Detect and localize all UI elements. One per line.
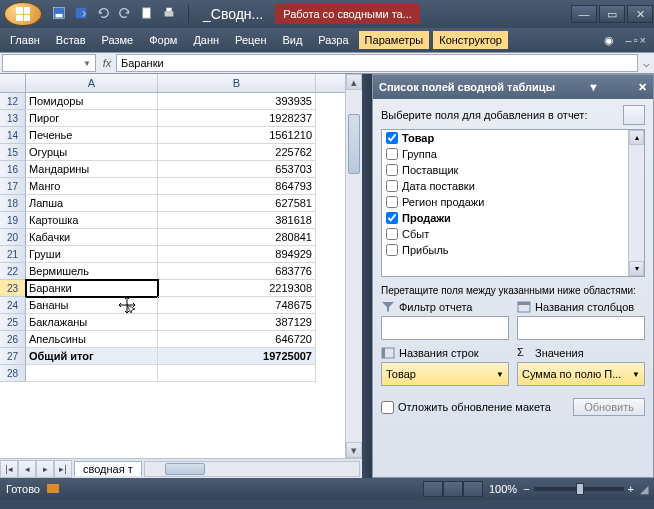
- pane-splitter[interactable]: [362, 74, 372, 478]
- cell[interactable]: 225762: [158, 144, 316, 161]
- field-checkbox[interactable]: [386, 244, 398, 256]
- tab-home[interactable]: Главн: [4, 31, 46, 49]
- cell[interactable]: Картошка: [26, 212, 158, 229]
- cell[interactable]: [26, 365, 158, 382]
- cell[interactable]: Общий итог: [26, 348, 158, 365]
- cell[interactable]: 627581: [158, 195, 316, 212]
- cell[interactable]: 748675: [158, 297, 316, 314]
- vertical-scrollbar[interactable]: ▴ ▾: [345, 74, 362, 458]
- sheet-tab[interactable]: сводная т: [74, 461, 142, 476]
- macro-icon[interactable]: [46, 481, 60, 497]
- cell[interactable]: Апельсины: [26, 331, 158, 348]
- field-checkbox[interactable]: [386, 196, 398, 208]
- tab-insert[interactable]: Встав: [50, 31, 92, 49]
- cell[interactable]: 381618: [158, 212, 316, 229]
- undo-icon[interactable]: [96, 6, 110, 22]
- field-item[interactable]: Сбыт: [382, 226, 644, 242]
- cell[interactable]: 393935: [158, 93, 316, 110]
- table-row[interactable]: 23Баранки2219308: [0, 280, 345, 297]
- row-header[interactable]: 18: [0, 195, 26, 212]
- mdi-close[interactable]: ×: [640, 34, 646, 46]
- scroll-up-icon[interactable]: ▴: [346, 74, 362, 90]
- cell[interactable]: Огурцы: [26, 144, 158, 161]
- cell[interactable]: Манго: [26, 178, 158, 195]
- cell[interactable]: [158, 365, 316, 382]
- field-item[interactable]: Прибыль: [382, 242, 644, 258]
- save-icon[interactable]: [52, 6, 66, 22]
- row-header[interactable]: 28: [0, 365, 26, 382]
- col-header-a[interactable]: A: [26, 74, 158, 92]
- cell[interactable]: 280841: [158, 229, 316, 246]
- field-item[interactable]: Поставщик: [382, 162, 644, 178]
- tab-options[interactable]: Параметры: [359, 31, 430, 49]
- cell[interactable]: 683776: [158, 263, 316, 280]
- expand-formula-icon[interactable]: ⌵: [638, 57, 654, 70]
- cell[interactable]: 19725007: [158, 348, 316, 365]
- field-item[interactable]: Товар: [382, 130, 644, 146]
- cell[interactable]: 864793: [158, 178, 316, 195]
- row-header[interactable]: 13: [0, 110, 26, 127]
- table-row[interactable]: 24Бананы748675: [0, 297, 345, 314]
- row-header[interactable]: 14: [0, 127, 26, 144]
- cell[interactable]: Лапша: [26, 195, 158, 212]
- cell[interactable]: Помидоры: [26, 93, 158, 110]
- tab-developer[interactable]: Разра: [312, 31, 354, 49]
- field-item[interactable]: Дата поставки: [382, 178, 644, 194]
- table-row[interactable]: 19Картошка381618: [0, 212, 345, 229]
- row-header[interactable]: 27: [0, 348, 26, 365]
- sheet-nav-next[interactable]: ▸: [36, 460, 54, 478]
- field-checkbox[interactable]: [386, 148, 398, 160]
- row-header[interactable]: 20: [0, 229, 26, 246]
- row-header[interactable]: 12: [0, 93, 26, 110]
- select-all-corner[interactable]: [0, 74, 26, 92]
- cell[interactable]: Пирог: [26, 110, 158, 127]
- cell[interactable]: Груши: [26, 246, 158, 263]
- field-list[interactable]: ТоварГруппаПоставщикДата поставкиРегион …: [381, 129, 645, 277]
- field-item[interactable]: Регион продажи: [382, 194, 644, 210]
- field-item[interactable]: Продажи: [382, 210, 644, 226]
- zone-columns[interactable]: [517, 316, 645, 340]
- scroll-down-icon[interactable]: ▾: [346, 442, 362, 458]
- table-row[interactable]: 26Апельсины646720: [0, 331, 345, 348]
- cell[interactable]: 646720: [158, 331, 316, 348]
- save-as-icon[interactable]: [74, 6, 88, 22]
- zone-filter[interactable]: [381, 316, 509, 340]
- cell[interactable]: Печенье: [26, 127, 158, 144]
- row-header[interactable]: 24: [0, 297, 26, 314]
- tab-review[interactable]: Рецен: [229, 31, 272, 49]
- row-header[interactable]: 23: [0, 280, 26, 297]
- zoom-in-icon[interactable]: +: [628, 483, 634, 495]
- table-row[interactable]: 14Печенье1561210: [0, 127, 345, 144]
- cell[interactable]: Бананы: [26, 297, 158, 314]
- redo-icon[interactable]: [118, 6, 132, 22]
- office-button[interactable]: [4, 2, 42, 26]
- tab-view[interactable]: Вид: [276, 31, 308, 49]
- tab-layout[interactable]: Разме: [96, 31, 140, 49]
- cell[interactable]: Вермишель: [26, 263, 158, 280]
- row-header[interactable]: 26: [0, 331, 26, 348]
- row-header[interactable]: 16: [0, 161, 26, 178]
- fx-icon[interactable]: fx: [98, 57, 116, 69]
- field-checkbox[interactable]: [386, 212, 398, 224]
- view-normal[interactable]: [423, 481, 443, 497]
- name-box[interactable]: ▼: [2, 54, 96, 72]
- zoom-slider[interactable]: [534, 487, 624, 491]
- sheet-nav-prev[interactable]: ◂: [18, 460, 36, 478]
- row-header[interactable]: 15: [0, 144, 26, 161]
- tab-formulas[interactable]: Форм: [143, 31, 183, 49]
- maximize-button[interactable]: ▭: [599, 5, 625, 23]
- field-checkbox[interactable]: [386, 164, 398, 176]
- cell[interactable]: 2219308: [158, 280, 316, 297]
- field-checkbox[interactable]: [386, 132, 398, 144]
- table-row[interactable]: 27Общий итог19725007: [0, 348, 345, 365]
- table-row[interactable]: 12Помидоры393935: [0, 93, 345, 110]
- minimize-button[interactable]: —: [571, 5, 597, 23]
- table-row[interactable]: 28: [0, 365, 345, 382]
- table-row[interactable]: 20Кабачки280841: [0, 229, 345, 246]
- table-row[interactable]: 22Вермишель683776: [0, 263, 345, 280]
- pane-options-icon[interactable]: ▼: [588, 81, 599, 93]
- horizontal-scrollbar[interactable]: [144, 461, 360, 477]
- scroll-up-icon[interactable]: ▴: [629, 130, 644, 145]
- sheet-nav-last[interactable]: ▸|: [54, 460, 72, 478]
- cell[interactable]: Баранки: [26, 280, 158, 297]
